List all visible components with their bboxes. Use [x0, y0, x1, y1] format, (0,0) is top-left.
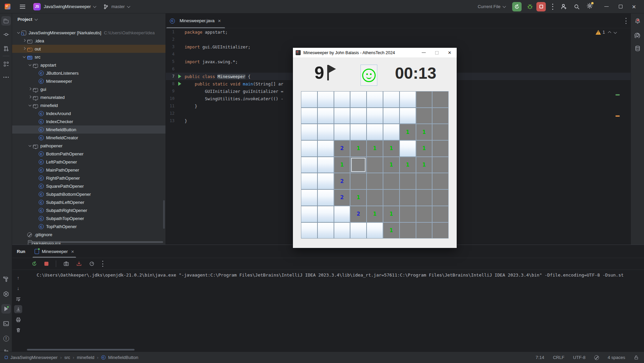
breadcrumb-project[interactable]: JavaSwingMinesweeper [10, 355, 58, 360]
tree-item-minefield[interactable]: minefield [12, 101, 165, 109]
unlock-icon[interactable] [634, 355, 639, 360]
tree-item-indexchecker[interactable]: IndexChecker [12, 117, 165, 125]
print-icon[interactable] [14, 316, 22, 324]
minefield-cell-r2c2[interactable] [317, 108, 334, 124]
minefield-cell-r1c2[interactable] [317, 91, 334, 108]
branch-name[interactable]: master [111, 4, 125, 9]
services-tool-button[interactable] [1, 289, 11, 299]
minefield-cell-r8c1[interactable] [301, 206, 317, 222]
editor-tabs-menu-icon[interactable] [625, 18, 627, 24]
run-tool-button[interactable] [1, 304, 11, 314]
hamburger-menu-icon[interactable] [20, 5, 25, 9]
minefield-cell-r7c1[interactable] [301, 189, 317, 206]
run-configuration-select[interactable]: Current File [478, 4, 500, 9]
tree-item-minefieldbutton[interactable]: MinefieldButton [12, 125, 165, 134]
build-tool-button[interactable] [1, 275, 11, 284]
tree-item-rightpathopener[interactable]: RightPathOpener [12, 174, 165, 182]
minefield-cell-r2c4[interactable] [350, 108, 367, 124]
minefield-cell-r9c2[interactable] [317, 222, 334, 239]
tree-item-subpathtopopener[interactable]: SubpathTopOpener [12, 214, 165, 222]
run-tab-close-icon[interactable]: × [71, 249, 74, 254]
structure-tool-button[interactable] [1, 59, 11, 69]
profiler-gauge-icon[interactable] [89, 261, 94, 266]
game-title-bar[interactable]: Minesweeper by John Balasis - AthensTech… [293, 48, 457, 58]
breadcrumb-src[interactable]: src [64, 355, 70, 360]
rerun-button[interactable] [512, 2, 522, 11]
game-minimize-button[interactable] [422, 52, 426, 53]
minefield-cell-r3c1[interactable] [301, 124, 317, 140]
more-tool-windows-button[interactable] [1, 73, 11, 82]
rerun-icon[interactable] [32, 261, 37, 266]
chevron-right-icon[interactable] [23, 39, 26, 42]
tree-item-pathopener[interactable]: pathopener [12, 142, 165, 150]
code-line-1[interactable]: 1package appstart; [166, 28, 631, 36]
console-horizontal-scrollbar[interactable] [27, 349, 135, 351]
minefield-cell-r1c4[interactable] [350, 91, 367, 108]
tree-item-subpathleftopener[interactable]: SubpathLeftOpener [12, 198, 165, 206]
problems-tool-button[interactable]: ! [1, 334, 11, 343]
minefield-cell-r4c7[interactable] [400, 140, 416, 157]
tree-item-jbuttonlisteners[interactable]: JButtonListeners [12, 69, 165, 77]
commit-tool-button[interactable] [1, 30, 11, 39]
chevron-down-icon[interactable] [503, 5, 506, 8]
minefield-cell-r2c3[interactable] [334, 108, 350, 124]
minefield-cell-r6c1[interactable] [301, 173, 317, 189]
chevron-down-icon[interactable] [17, 31, 20, 34]
minefield-cell-r4c1[interactable] [301, 140, 317, 157]
tree-item-out[interactable]: out [12, 45, 165, 53]
tree-item-minesweeper[interactable]: Minesweeper [12, 77, 165, 85]
chevron-down-icon[interactable] [29, 104, 31, 106]
scroll-to-end-icon[interactable] [14, 305, 22, 313]
minefield-cell-r8c3[interactable] [334, 206, 350, 222]
chevron-down-icon[interactable] [93, 5, 97, 8]
tree-item-subpathbottomopener[interactable]: SubpathBottomOpener [12, 190, 165, 198]
chevron-down-icon[interactable] [23, 55, 26, 58]
tab-close-icon[interactable]: × [218, 18, 221, 24]
tree-item-indexaround[interactable]: IndexAround [12, 109, 165, 117]
breadcrumb-class[interactable]: MinefieldButton [108, 355, 139, 360]
project-name[interactable]: JavaSwingMinesweeper [44, 4, 91, 9]
minefield-cell-r5c1[interactable] [301, 157, 317, 173]
tree-item-toppathopener[interactable]: TopPathOpener [12, 222, 165, 230]
minefield-cell-r1c3[interactable] [334, 91, 350, 108]
window-minimize-button[interactable] [604, 6, 609, 7]
minefield-cell-r4c2[interactable] [317, 140, 334, 157]
minefield-cell-r8c2[interactable] [317, 206, 334, 222]
chevron-down-icon[interactable] [127, 5, 130, 8]
stop-button[interactable] [536, 2, 546, 11]
run-more-options-icon[interactable] [102, 261, 103, 267]
project-horizontal-scrollbar[interactable] [28, 241, 163, 243]
debug-bug-icon[interactable] [527, 4, 533, 10]
tree-item-menurelated[interactable]: menurelated [12, 93, 165, 101]
chevron-right-icon[interactable] [29, 96, 31, 98]
minefield-cell-r2c6[interactable] [383, 108, 400, 124]
minefield-cell-r2c7[interactable] [400, 108, 416, 124]
tree-item-leftpathopener[interactable]: LeftPathOpener [12, 158, 165, 166]
minefield-cell-r3c4[interactable] [350, 124, 367, 140]
tree-item-appstart[interactable]: appstart [12, 61, 165, 69]
minefield-cell-r1c1[interactable] [301, 91, 317, 108]
project-tool-button[interactable] [1, 16, 11, 26]
minefield-cell-r1c5[interactable] [367, 91, 383, 108]
tree-item-idea[interactable]: .idea [12, 37, 165, 45]
smiley-reset-button[interactable] [361, 65, 377, 86]
tree-item-gui[interactable]: gui [12, 85, 165, 93]
tree-item-javaswingminesweeper-narkaleutis[interactable]: JavaSwingMinesweeper [Narkaleutis]C:\Use… [12, 29, 165, 37]
indent-widget[interactable]: 4 spaces [608, 355, 625, 360]
line-separator-widget[interactable]: CRLF [553, 355, 564, 360]
console-output[interactable]: C:\Users\Oathkeeper\.jdks\openjdk-21.0.2… [25, 270, 644, 352]
line-col-widget[interactable]: 7:14 [536, 355, 544, 360]
minefield-cell-r1c7[interactable] [400, 91, 416, 108]
window-close-button[interactable]: × [632, 3, 636, 10]
database-tool-button[interactable] [633, 44, 642, 53]
code-line-2[interactable]: 2 [166, 36, 631, 43]
clear-console-icon[interactable] [14, 326, 22, 334]
chevron-down-icon[interactable] [35, 17, 38, 21]
chevron-right-icon[interactable] [23, 47, 26, 50]
minefield-cell-r9c1[interactable] [301, 222, 317, 239]
tree-item-gitignore[interactable]: .gitignore [12, 230, 165, 239]
minefield-cell-r2c1[interactable] [301, 108, 317, 124]
tree-item-src[interactable]: src [12, 53, 165, 61]
search-icon[interactable] [574, 4, 580, 10]
run-gutter-icon[interactable] [175, 82, 185, 86]
